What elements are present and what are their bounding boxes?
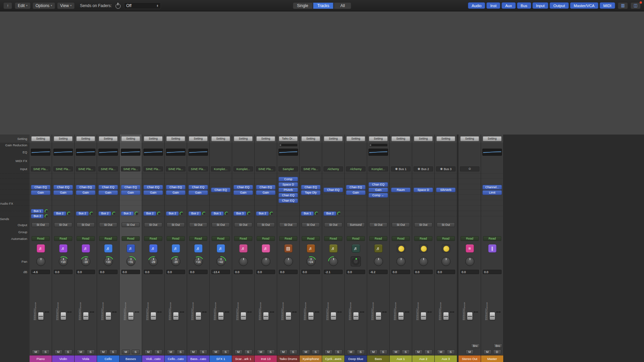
pan-knob[interactable]: +42 [216, 257, 225, 266]
automation-button[interactable]: Read [414, 236, 432, 241]
channel-icon[interactable]: ♬ [239, 244, 248, 253]
automation-button[interactable]: Read [144, 236, 162, 241]
fader-cap[interactable] [489, 312, 495, 320]
eq-display[interactable] [53, 149, 73, 156]
channel-icon[interactable]: ∥ [488, 244, 497, 253]
output-button[interactable]: St Out [212, 222, 230, 227]
dim-button[interactable]: D [493, 350, 501, 354]
automation-button[interactable]: Read [369, 236, 387, 241]
input-slot[interactable]: Sampler [278, 166, 298, 171]
automation-button[interactable]: Read [437, 236, 455, 241]
track-name[interactable]: SFX 1 [210, 355, 232, 362]
fader-cap[interactable] [263, 312, 269, 320]
audio-fx-slot[interactable]: SilvVerb [436, 188, 456, 192]
fader-cap[interactable] [443, 312, 449, 320]
send-bus-button[interactable]: Bus 2 [121, 211, 134, 216]
pan-knob[interactable]: -18 [81, 257, 90, 266]
pan-knob[interactable]: -20 [171, 257, 180, 266]
db-value[interactable]: 0.0 [279, 270, 298, 274]
fader-cap[interactable] [218, 312, 224, 320]
channel-icon[interactable]: ♬ [127, 244, 135, 253]
send-knob[interactable] [90, 212, 93, 215]
panel-toggle-icon[interactable]: ◫ [631, 2, 641, 9]
track-name[interactable]: Xyalophone [300, 355, 322, 362]
audio-fx-slot[interactable]: Chan EQ [211, 188, 230, 192]
menu-button[interactable]: Edit▾ [15, 2, 31, 9]
mute-button[interactable]: M [392, 350, 400, 354]
output-button[interactable]: St Out [257, 222, 275, 227]
solo-button[interactable]: S [357, 350, 365, 354]
audio-fx-slot[interactable]: Comp ← [369, 193, 388, 198]
channel-icon[interactable]: ♬ [172, 244, 180, 253]
output-button[interactable]: St Out [369, 222, 387, 227]
audio-fx-slot[interactable]: Gain [143, 190, 163, 195]
audio-fx-slot[interactable]: Chan EQ [98, 185, 118, 190]
audio-fx-slot[interactable]: Gain [256, 190, 275, 195]
view-tab-single[interactable]: Single [293, 2, 312, 9]
db-value[interactable]: 0.0 [99, 270, 118, 274]
output-button[interactable]: St Out [437, 222, 455, 227]
filter-button-bus[interactable]: Bus [517, 2, 531, 9]
track-name[interactable]: Basses [120, 355, 142, 362]
collapse-arrow-icon[interactable]: ↑ [3, 2, 12, 9]
audio-fx-slot[interactable]: Channel... [482, 185, 502, 190]
input-slot[interactable]: SINE Pla... [256, 166, 275, 171]
db-value[interactable]: -2.1 [324, 270, 343, 274]
input-slot[interactable]: Alchemy [346, 166, 366, 171]
send-knob[interactable] [202, 212, 206, 215]
channel-icon[interactable]: ♬ [194, 244, 203, 253]
track-name[interactable]: Scar...ark 1 [232, 355, 254, 362]
send-knob[interactable] [135, 212, 138, 215]
fader-cap[interactable] [60, 312, 66, 320]
eq-display[interactable] [31, 149, 50, 156]
solo-button[interactable]: S [199, 350, 207, 354]
pan-knob[interactable]: +10 [59, 257, 68, 266]
send-bus-button[interactable]: Bus 1 [211, 211, 224, 216]
mute-button[interactable]: M [302, 350, 310, 354]
send-bus-button[interactable]: Bus 2 [324, 211, 336, 216]
audio-fx-slot[interactable]: Gain [233, 190, 253, 195]
audio-fx-slot[interactable]: Comp [278, 177, 298, 182]
pan-knob[interactable] [419, 257, 428, 266]
automation-button[interactable]: Read [257, 236, 275, 241]
mute-button[interactable]: M [189, 350, 198, 354]
channel-icon[interactable]: ♬ [82, 244, 90, 253]
channel-icon[interactable]: ≡ [466, 244, 474, 253]
setting-button[interactable]: Setting [256, 136, 275, 141]
audio-fx-slot[interactable]: Gain [188, 190, 208, 195]
input-slot[interactable]: ◉ Bus 2 [414, 166, 433, 171]
input-slot[interactable]: SINE Pla... [188, 166, 208, 171]
channel-icon[interactable]: ♬ [262, 244, 270, 253]
output-button[interactable]: St Out [32, 222, 50, 227]
channel-icon[interactable]: ♬ [307, 244, 315, 253]
pan-knob[interactable] [441, 257, 450, 266]
track-name[interactable]: Aux 3 [435, 355, 457, 362]
audio-fx-slot[interactable]: Chan EQ [76, 185, 95, 190]
eq-display[interactable] [76, 149, 95, 156]
pan-knob[interactable] [239, 257, 248, 266]
mute-button[interactable]: M [32, 350, 40, 354]
eq-display[interactable] [369, 149, 388, 156]
db-value[interactable]: 0.0 [483, 270, 502, 274]
setting-button[interactable]: Setting [460, 136, 479, 141]
output-button[interactable]: St Out [77, 222, 95, 227]
automation-button[interactable]: Read [347, 236, 365, 241]
db-value[interactable]: 0.0 [189, 270, 208, 274]
setting-button[interactable]: Setting [54, 136, 73, 141]
mute-button[interactable]: M [234, 350, 243, 354]
send-knob[interactable] [225, 212, 228, 215]
fader-cap[interactable] [83, 312, 89, 320]
pan-knob[interactable]: +31 [126, 257, 135, 266]
channel-icon[interactable] [442, 244, 450, 253]
sends-mode-select[interactable]: Off ▲▼ [124, 2, 161, 9]
setting-button[interactable]: Setting [31, 136, 50, 141]
automation-button[interactable]: Read [54, 236, 72, 241]
send-bus-button[interactable]: Bus 2 [188, 211, 201, 216]
channel-icon[interactable]: ♬ [149, 244, 158, 253]
send-bus-button[interactable]: Bus 1 [301, 211, 314, 216]
eq-display[interactable] [482, 149, 502, 156]
output-button[interactable]: St Out [392, 222, 410, 227]
db-value[interactable]: 0.0 [234, 270, 253, 274]
track-name[interactable]: Aux 2 [412, 355, 434, 362]
audio-fx-slot[interactable]: Gain [369, 188, 388, 192]
